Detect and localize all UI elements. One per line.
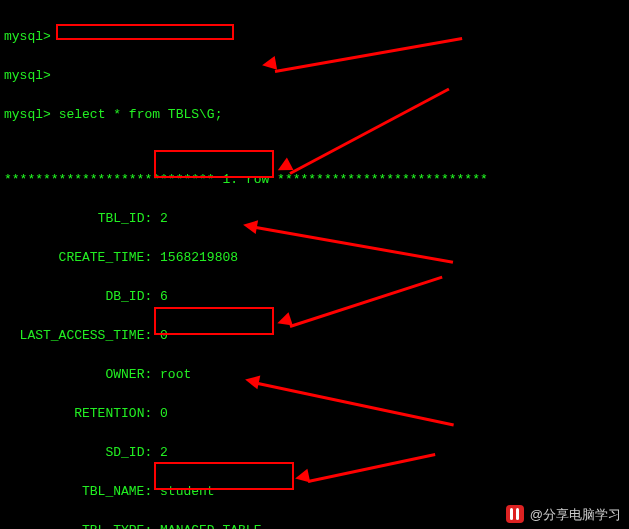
watermark-text: @分享电脑学习 [530,508,621,521]
prompt-line: mysql> [4,30,625,43]
toutiao-logo-icon [506,505,524,523]
mysql-prompt: mysql> [4,29,51,44]
watermark: @分享电脑学习 [506,505,621,523]
sql-command: select * from TBLS\G; [59,107,223,122]
terminal-output: mysql> mysql> mysql> select * from TBLS\… [0,0,629,529]
prompt-line: mysql> select * from TBLS\G; [4,108,625,121]
mysql-prompt: mysql> [4,107,51,122]
mysql-prompt: mysql> [4,68,51,83]
prompt-line: mysql> [4,69,625,82]
